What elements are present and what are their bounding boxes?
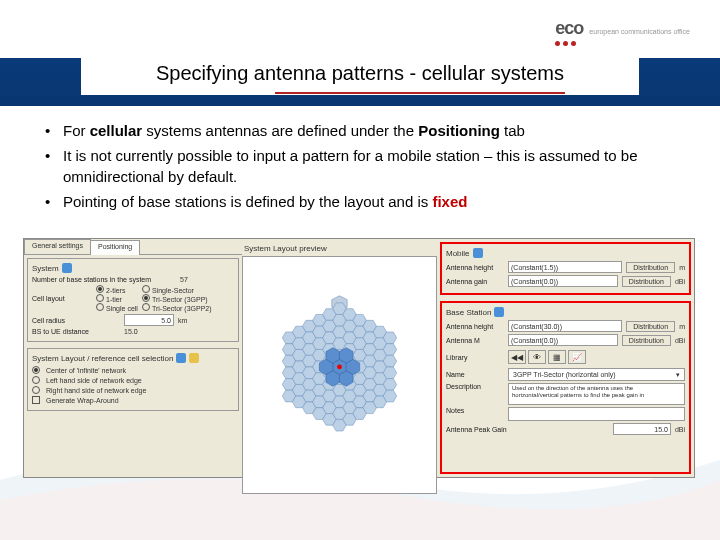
system-title: System xyxy=(32,264,59,273)
bs-height-value[interactable]: (Constant(30.0)) xyxy=(508,320,622,332)
svg-point-100 xyxy=(337,365,342,370)
bs-max-label: Antenna M xyxy=(446,337,504,344)
mob-gain-value[interactable]: (Constant(0.0)) xyxy=(508,275,618,287)
radio-tri-3gpp[interactable] xyxy=(142,294,150,302)
bs-height-label: Antenna height xyxy=(446,323,504,330)
logo-subtitle: european communications office xyxy=(589,28,690,36)
warn-icon[interactable] xyxy=(189,353,199,363)
bullet-3: Pointing of base stations is defined by … xyxy=(45,191,700,212)
bs-notes-text[interactable] xyxy=(508,407,685,421)
bullet-1: For cellular systems antennas are define… xyxy=(45,120,700,141)
bs-ue-label: BS to UE distance xyxy=(32,328,120,335)
lib-pattern-button[interactable]: ▦ xyxy=(548,350,566,364)
help-icon[interactable] xyxy=(473,248,483,258)
mob-height-label: Antenna height xyxy=(446,264,504,271)
bs-library-label: Library xyxy=(446,354,504,361)
bs-title: Base Station xyxy=(446,308,491,317)
bs-height-dist-button[interactable]: Distribution xyxy=(626,321,675,332)
bs-peak-value[interactable]: 15.0 xyxy=(613,423,671,435)
layout-preview xyxy=(242,256,437,494)
layout-ref-panel: System Layout / reference cell selection… xyxy=(27,348,239,411)
chevron-down-icon: ▾ xyxy=(676,371,680,379)
help-icon[interactable] xyxy=(494,307,504,317)
preview-title: System Layout preview xyxy=(244,244,327,253)
radio-ref-right[interactable] xyxy=(32,386,40,394)
cell-radius-input[interactable]: 5.0 xyxy=(124,314,174,326)
lib-view-button[interactable]: 👁 xyxy=(528,350,546,364)
system-panel: System Number of base stations in the sy… xyxy=(27,258,239,342)
bs-max-dist-button[interactable]: Distribution xyxy=(622,335,671,346)
lib-prev-button[interactable]: ◀◀ xyxy=(508,350,526,364)
cell-radius-label: Cell radius xyxy=(32,317,120,324)
mobile-title: Mobile xyxy=(446,249,470,258)
check-wrap[interactable] xyxy=(32,396,40,404)
tab-general[interactable]: General settings xyxy=(24,239,91,254)
bs-desc-label: Description xyxy=(446,383,504,390)
radio-tri-3gpp2[interactable] xyxy=(142,303,150,311)
slide-title: Specifying antenna patterns - cellular s… xyxy=(81,52,639,95)
help-icon[interactable] xyxy=(62,263,72,273)
cell-layout-label: Cell layout xyxy=(32,295,92,302)
bs-name-select[interactable]: 3GPP Tri-Sector (horizontal only)▾ xyxy=(508,368,685,381)
bullet-2: It is not currently possible to input a … xyxy=(45,145,700,187)
bs-peak-label: Antenna Peak Gain xyxy=(446,426,526,433)
mob-height-value[interactable]: (Constant(1.5)) xyxy=(508,261,622,273)
mob-gain-label: Antenna gain xyxy=(446,278,504,285)
bs-name-label: Name xyxy=(446,371,504,378)
radio-single-sector[interactable] xyxy=(142,285,150,293)
radio-ref-left[interactable] xyxy=(32,376,40,384)
num-bs-label: Number of base stations in the system xyxy=(32,276,176,283)
lib-graph-button[interactable]: 📈 xyxy=(568,350,586,364)
bullet-list: For cellular systems antennas are define… xyxy=(45,120,700,216)
radio-1tier[interactable] xyxy=(96,294,104,302)
app-screenshot: General settings Positioning System Numb… xyxy=(23,238,695,478)
bs-panel: Base Station Antenna height (Constant(30… xyxy=(440,301,691,474)
tab-strip: General settings Positioning xyxy=(24,239,242,255)
bs-ue-value: 15.0 xyxy=(124,328,138,335)
brand-logo: eco european communications office xyxy=(555,18,690,46)
radio-single[interactable] xyxy=(96,303,104,311)
bs-notes-label: Notes xyxy=(446,407,504,414)
title-underline xyxy=(275,92,565,94)
tab-positioning[interactable]: Positioning xyxy=(90,240,140,255)
num-bs-value: 57 xyxy=(180,276,188,283)
radio-2tiers[interactable] xyxy=(96,285,104,293)
hex-grid-icon xyxy=(253,267,426,459)
mob-height-dist-button[interactable]: Distribution xyxy=(626,262,675,273)
mobile-panel: Mobile Antenna height (Constant(1.5)) Di… xyxy=(440,242,691,295)
help-icon[interactable] xyxy=(176,353,186,363)
mob-gain-dist-button[interactable]: Distribution xyxy=(622,276,671,287)
logo-dots xyxy=(555,41,583,46)
bs-desc-text[interactable]: Used on the direction of the antenna use… xyxy=(508,383,685,405)
logo-text: eco xyxy=(555,18,583,38)
bs-max-value[interactable]: (Constant(0.0)) xyxy=(508,334,618,346)
radio-ref-center[interactable] xyxy=(32,366,40,374)
layout-ref-title: System Layout / reference cell selection xyxy=(32,354,173,363)
